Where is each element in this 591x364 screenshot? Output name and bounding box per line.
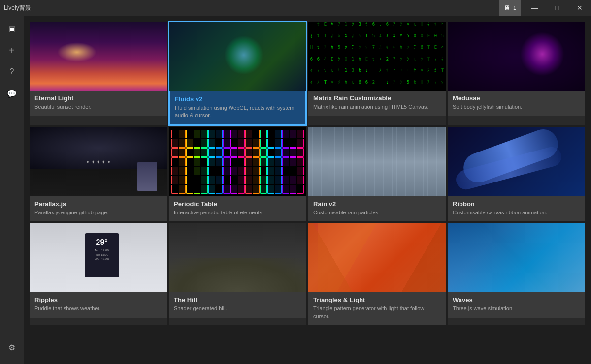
card-info-rain-v2: Rain v2 Customisable rain particles.: [308, 196, 446, 221]
card-medusae[interactable]: Medusae Soft body jellyfish simulation.: [448, 22, 585, 125]
minimize-button[interactable]: —: [523, 0, 546, 16]
card-info-ribbon: Ribbon Customisable canvas ribbon animat…: [448, 196, 585, 221]
thumbnail-matrix-rain: ｰｻEﾈ71ﾂ3ｳ6ﾗ6ｱﾇﾊﾓHﾀﾂﾋｵﾏ1ｵｶﾕｵﾍT5ﾈﾐﾕﾏ500E05…: [308, 22, 446, 91]
parallax-ship: [137, 162, 157, 191]
sidebar-item-settings[interactable]: ⚙: [3, 338, 21, 356]
thumbnail-rain-v2: [308, 127, 446, 196]
card-title-matrix-rain: Matrix Rain Customizable: [313, 94, 441, 102]
close-button[interactable]: ✕: [568, 0, 591, 16]
wallpaper-grid: Eternal Light Beautiful sunset render. F…: [30, 22, 585, 325]
card-waves[interactable]: Waves Three.js wave simulation.: [448, 223, 585, 325]
card-title-ripples: Ripples: [34, 296, 162, 303]
card-title-ribbon: Ribbon: [453, 200, 580, 208]
card-info-eternal-light: Eternal Light Beautiful sunset render.: [30, 91, 167, 116]
card-info-triangles-light: Triangles & Light Triangle pattern gener…: [308, 292, 446, 325]
card-parallax-js[interactable]: ✦ ✦ ✦ ✦ ✦ Parallax.js Parallax.js engine…: [30, 127, 167, 221]
card-title-triangles-light: Triangles & Light: [313, 296, 441, 303]
help-icon: ?: [10, 67, 14, 76]
card-desc-periodic-table: Interactive periodic table of elements.: [174, 209, 301, 216]
card-fluids-v2[interactable]: Fluids v2 Fluid simulation using WebGL, …: [169, 22, 306, 125]
thumbnail-ribbon: [448, 127, 585, 196]
card-title-eternal-light: Eternal Light: [34, 94, 162, 102]
card-matrix-rain[interactable]: ｰｻEﾈ71ﾂ3ｳ6ﾗ6ｱﾇﾊﾓHﾀﾂﾋｵﾏ1ｵｶﾕｵﾍT5ﾈﾐﾕﾏ500E05…: [308, 22, 446, 125]
card-title-parallax-js: Parallax.js: [34, 200, 162, 208]
sidebar-item-add[interactable]: +: [3, 41, 21, 59]
card-ripples[interactable]: 29° Mon 12:00Tue 13:00Wed 14:00 Ripples …: [30, 223, 167, 325]
chat-icon: 💬: [7, 89, 17, 98]
card-the-hill[interactable]: The Hill Shader generated hill.: [169, 223, 306, 325]
thumbnail-waves: [448, 223, 585, 292]
matrix-chars: ｰｻEﾈ71ﾂ3ｳ6ﾗ6ｱﾇﾊﾓHﾀﾂﾋｵﾏ1ｵｶﾕｵﾍT5ﾈﾐﾕﾏ500E05…: [308, 22, 446, 91]
card-triangles-light[interactable]: Triangles & Light Triangle pattern gener…: [308, 223, 446, 325]
card-info-fluids-v2: Fluids v2 Fluid simulation using WebGL, …: [169, 91, 306, 125]
wallpaper-grid-container[interactable]: Eternal Light Beautiful sunset render. F…: [24, 16, 591, 364]
card-info-periodic-table: Periodic Table Interactive periodic tabl…: [169, 196, 306, 221]
card-ribbon[interactable]: Ribbon Customisable canvas ribbon animat…: [448, 127, 585, 221]
card-desc-rain-v2: Customisable rain particles.: [313, 209, 441, 216]
ripples-weather-widget: 29° Mon 12:00Tue 13:00Wed 14:00: [85, 233, 119, 277]
card-desc-medusae: Soft body jellyfish simulation.: [453, 103, 580, 111]
rain-lines: [308, 127, 446, 196]
sidebar-item-chat[interactable]: 💬: [3, 85, 21, 102]
title-bar: Lively背景 🖥 1 — □ ✕: [0, 0, 591, 16]
app-body: ▣ + ? 💬 ⚙ Eternal Light Beautiful sunset…: [0, 16, 591, 364]
card-desc-fluids-v2: Fluid simulation using WebGL, reacts wit…: [175, 104, 300, 120]
thumbnail-parallax-js: ✦ ✦ ✦ ✦ ✦: [30, 127, 167, 196]
sidebar: ▣ + ? 💬 ⚙: [0, 16, 24, 364]
add-icon: +: [9, 45, 15, 56]
card-title-fluids-v2: Fluids v2: [175, 95, 300, 103]
card-info-parallax-js: Parallax.js Parallax.js engine github pa…: [30, 196, 167, 221]
monitor-number: 1: [513, 5, 516, 11]
settings-icon: ⚙: [8, 343, 15, 352]
card-title-the-hill: The Hill: [174, 296, 301, 303]
parallax-label: ✦ ✦ ✦ ✦ ✦: [86, 159, 111, 164]
card-desc-ribbon: Customisable canvas ribbon animation.: [453, 209, 580, 216]
thumbnail-periodic-table: [169, 127, 306, 196]
card-desc-triangles-light: Triangle pattern generator with light th…: [313, 305, 441, 320]
card-info-matrix-rain: Matrix Rain Customizable Matrix like rai…: [308, 91, 446, 116]
sidebar-item-display[interactable]: ▣: [3, 20, 21, 37]
card-title-waves: Waves: [453, 296, 580, 303]
card-desc-parallax-js: Parallax.js engine github page.: [34, 209, 162, 216]
card-info-the-hill: The Hill Shader generated hill.: [169, 292, 306, 317]
card-desc-waves: Three.js wave simulation.: [453, 305, 580, 312]
sidebar-item-help[interactable]: ?: [3, 63, 21, 81]
card-desc-eternal-light: Beautiful sunset render.: [34, 103, 162, 111]
card-title-rain-v2: Rain v2: [313, 200, 441, 208]
app-title: Lively背景: [4, 4, 31, 12]
ripples-info: Mon 12:00Tue 13:00Wed 14:00: [95, 248, 109, 262]
card-desc-matrix-rain: Matrix like rain animation using HTML5 C…: [313, 103, 441, 111]
thumbnail-fluids-v2: [169, 22, 306, 91]
card-info-waves: Waves Three.js wave simulation.: [448, 292, 585, 317]
thumbnail-the-hill: [169, 223, 306, 292]
periodic-grid: [171, 130, 304, 194]
monitor-badge[interactable]: 🖥 1: [499, 0, 521, 16]
thumbnail-medusae: [448, 22, 585, 91]
thumbnail-eternal-light: [30, 22, 167, 91]
card-eternal-light[interactable]: Eternal Light Beautiful sunset render.: [30, 22, 167, 125]
display-icon: ▣: [8, 24, 16, 33]
window-controls: 🖥 1 — □ ✕: [499, 0, 591, 16]
card-info-medusae: Medusae Soft body jellyfish simulation.: [448, 91, 585, 116]
maximize-button[interactable]: □: [546, 0, 568, 16]
card-title-medusae: Medusae: [453, 94, 580, 102]
card-title-periodic-table: Periodic Table: [174, 200, 301, 208]
card-desc-the-hill: Shader generated hill.: [174, 305, 301, 312]
ripples-temp: 29°: [96, 238, 107, 247]
thumbnail-triangles-light: [308, 223, 446, 292]
card-desc-ripples: Puddle that shows weather.: [34, 305, 162, 312]
thumbnail-ripples: 29° Mon 12:00Tue 13:00Wed 14:00: [30, 223, 167, 292]
card-rain-v2[interactable]: Rain v2 Customisable rain particles.: [308, 127, 446, 221]
card-periodic-table[interactable]: Periodic Table Interactive periodic tabl…: [169, 127, 306, 221]
monitor-icon: 🖥: [504, 4, 511, 12]
card-info-ripples: Ripples Puddle that shows weather.: [30, 292, 167, 317]
